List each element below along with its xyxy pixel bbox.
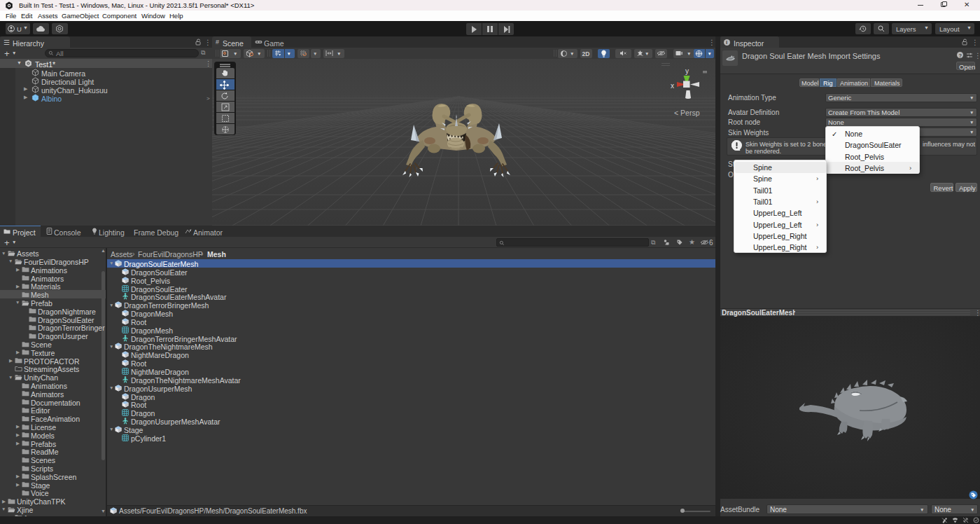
svg-text:x: x (671, 82, 674, 90)
svg-text:y: y (685, 67, 689, 75)
